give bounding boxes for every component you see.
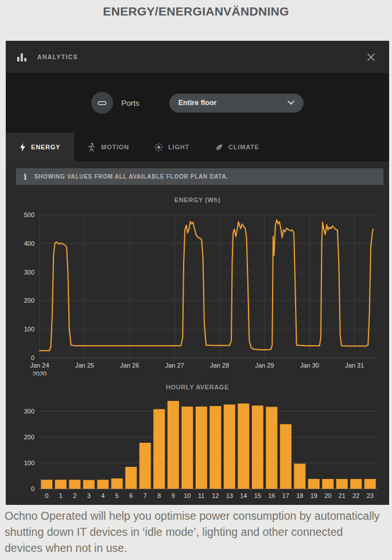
info-banner: i SHOWING VALUES FROM ALL AVAILABLE FLOO… bbox=[16, 168, 383, 185]
svg-text:17: 17 bbox=[282, 492, 289, 499]
sun-icon bbox=[154, 143, 163, 152]
tab-energy[interactable]: ENERGY bbox=[6, 133, 74, 161]
svg-text:14: 14 bbox=[240, 492, 247, 499]
svg-text:18: 18 bbox=[296, 492, 303, 499]
svg-text:22: 22 bbox=[352, 492, 359, 499]
svg-text:9: 9 bbox=[172, 492, 175, 499]
tab-label: LIGHT bbox=[168, 144, 189, 150]
floor-select-value: Entire floor bbox=[178, 99, 217, 107]
usb-port-icon bbox=[98, 101, 107, 106]
svg-text:Jan 30: Jan 30 bbox=[300, 362, 319, 369]
panel-content: i SHOWING VALUES FROM ALL AVAILABLE FLOO… bbox=[6, 161, 389, 505]
panel-title: ANALYTICS bbox=[37, 53, 78, 60]
svg-text:0: 0 bbox=[31, 485, 34, 492]
ports-button[interactable] bbox=[91, 92, 113, 114]
hourly-average-bar-chart: 0100200300012345678910111213141516171819… bbox=[8, 393, 387, 502]
page-title: ENERGY/ENERGIANVÄNDNING bbox=[0, 5, 392, 18]
close-icon bbox=[367, 55, 375, 63]
svg-text:200: 200 bbox=[24, 297, 34, 304]
svg-text:Jan 28: Jan 28 bbox=[210, 362, 229, 369]
analytics-panel: ANALYTICS Ports Entire floor bbox=[6, 41, 389, 505]
close-button[interactable] bbox=[364, 51, 378, 64]
svg-text:2: 2 bbox=[73, 492, 76, 499]
floor-select[interactable]: Entire floor bbox=[169, 94, 304, 113]
bar-chart-title: HOURLY AVERAGE bbox=[6, 384, 389, 391]
svg-text:100: 100 bbox=[24, 326, 34, 333]
ports-label: Ports bbox=[121, 99, 139, 107]
svg-text:300: 300 bbox=[24, 408, 34, 415]
svg-text:20: 20 bbox=[324, 492, 331, 499]
footer-paragraph: Ochno Operated will help you optimise po… bbox=[5, 508, 381, 557]
svg-text:4: 4 bbox=[101, 492, 104, 499]
svg-text:300: 300 bbox=[24, 269, 34, 276]
tab-label: MOTION bbox=[101, 144, 129, 150]
line-chart-title: ENERGY (Wh) bbox=[6, 196, 389, 203]
svg-text:Jan 25: Jan 25 bbox=[75, 362, 94, 369]
svg-text:3: 3 bbox=[87, 492, 91, 499]
svg-text:Jan 29: Jan 29 bbox=[255, 362, 274, 369]
info-icon: i bbox=[24, 172, 27, 182]
tab-label: ENERGY bbox=[31, 144, 60, 150]
svg-text:10: 10 bbox=[184, 492, 191, 499]
tab-light[interactable]: LIGHT bbox=[142, 133, 202, 161]
tab-bar: ENERGY MOTION bbox=[6, 133, 389, 161]
svg-text:100: 100 bbox=[24, 459, 34, 466]
svg-text:6: 6 bbox=[129, 492, 133, 499]
energy-line-chart: 0100200300400500Jan 242020Jan 25Jan 26Ja… bbox=[8, 206, 387, 376]
svg-text:15: 15 bbox=[254, 492, 261, 499]
svg-text:Jan 31: Jan 31 bbox=[345, 362, 364, 369]
svg-text:Jan 27: Jan 27 bbox=[165, 362, 184, 369]
svg-text:8: 8 bbox=[157, 492, 161, 499]
svg-text:Jan 26: Jan 26 bbox=[120, 362, 139, 369]
svg-text:Jan 24: Jan 24 bbox=[30, 362, 49, 369]
svg-text:16: 16 bbox=[268, 492, 275, 499]
filters-row: Ports Entire floor bbox=[6, 73, 389, 133]
svg-text:0: 0 bbox=[31, 354, 34, 361]
leaf-icon bbox=[215, 143, 223, 152]
svg-text:200: 200 bbox=[24, 434, 34, 441]
svg-text:0: 0 bbox=[45, 492, 48, 499]
info-banner-text: SHOWING VALUES FROM ALL AVAILABLE FLOOR … bbox=[34, 173, 228, 180]
svg-text:13: 13 bbox=[226, 492, 233, 499]
svg-text:1: 1 bbox=[59, 492, 63, 499]
svg-text:2020: 2020 bbox=[33, 370, 46, 376]
analytics-icon bbox=[17, 53, 27, 61]
svg-text:23: 23 bbox=[367, 492, 374, 499]
lightning-bolt-icon bbox=[20, 143, 26, 152]
svg-text:400: 400 bbox=[24, 240, 34, 247]
runner-icon bbox=[87, 142, 96, 152]
svg-text:21: 21 bbox=[339, 492, 346, 499]
tab-label: CLIMATE bbox=[228, 144, 259, 150]
svg-text:500: 500 bbox=[24, 211, 34, 218]
svg-text:12: 12 bbox=[212, 492, 219, 499]
svg-text:19: 19 bbox=[311, 492, 317, 499]
chevron-down-icon bbox=[288, 101, 294, 105]
svg-text:5: 5 bbox=[115, 492, 119, 499]
panel-header: ANALYTICS bbox=[6, 41, 389, 73]
tab-motion[interactable]: MOTION bbox=[74, 133, 142, 161]
tab-climate[interactable]: CLIMATE bbox=[202, 133, 272, 161]
svg-text:11: 11 bbox=[198, 492, 204, 499]
svg-text:7: 7 bbox=[143, 492, 147, 499]
